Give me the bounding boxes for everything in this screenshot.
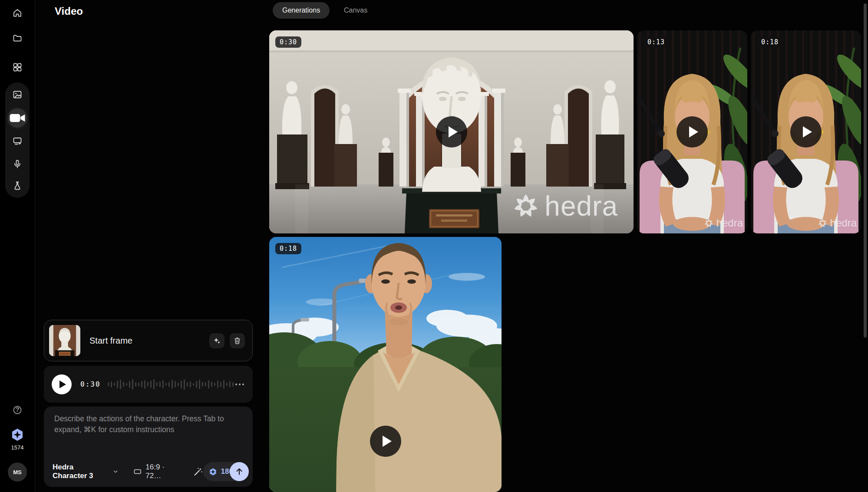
play-icon	[383, 436, 392, 447]
duration-badge: 0:30	[275, 36, 301, 48]
play-icon	[59, 380, 66, 388]
duration-badge: 0:13	[643, 36, 669, 48]
audio-waveform[interactable]	[108, 376, 235, 393]
microphone-icon	[12, 159, 23, 169]
enhance-prompt-button[interactable]	[193, 466, 203, 477]
audio-track-card: 0:30	[44, 366, 253, 403]
arrow-up-icon	[234, 467, 244, 476]
play-icon	[803, 126, 812, 138]
duration-badge: 0:18	[275, 243, 301, 254]
sidebar: ? 1574 MS	[0, 0, 35, 492]
video-play-button[interactable]	[436, 116, 467, 148]
sidebar-item-image[interactable]	[8, 85, 27, 104]
audio-play-button[interactable]	[52, 374, 72, 394]
submit-group: 180	[203, 462, 249, 481]
scrollbar[interactable]	[864, 3, 867, 338]
video-camera-icon	[8, 108, 27, 128]
aspect-ratio-icon	[133, 467, 142, 476]
composer-toolbar: Hedra Character 3 16:9 · 72…	[53, 462, 249, 482]
user-avatar[interactable]: MS	[8, 462, 27, 482]
hedra-logo-icon	[818, 219, 827, 228]
generate-button[interactable]	[230, 462, 249, 481]
hedra-watermark-text: hedra	[830, 217, 857, 229]
sidebar-item-lab[interactable]	[8, 176, 27, 195]
clips-icon	[12, 136, 23, 146]
page-title: Video	[55, 5, 83, 17]
help-button[interactable]: ?	[8, 400, 27, 420]
credits-balance: 1574	[0, 444, 35, 451]
hedra-watermark: hedra	[513, 190, 618, 222]
hedra-logo-icon	[513, 194, 538, 219]
sidebar-item-clips[interactable]	[8, 131, 27, 151]
help-icon: ?	[12, 405, 23, 415]
hedra-watermark: hedra	[704, 217, 743, 229]
model-select[interactable]: Hedra Character 3	[53, 463, 119, 480]
audio-more-options-button[interactable]	[235, 384, 244, 385]
hedra-app: ? 1574 MS Video	[0, 0, 868, 492]
video-play-button[interactable]	[677, 116, 708, 148]
home-icon	[12, 8, 23, 18]
play-icon	[449, 126, 458, 138]
sidebar-item-home[interactable]	[8, 3, 27, 23]
trash-icon	[233, 337, 241, 345]
hedra-logo-icon	[704, 219, 713, 228]
sidebar-item-video[interactable]	[8, 108, 27, 128]
folder-icon	[12, 33, 23, 43]
prompt-card: Hedra Character 3 16:9 · 72…	[44, 407, 253, 487]
generation-video-outdoor[interactable]: 0:18	[269, 237, 502, 492]
aspect-ratio-select[interactable]: 16:9 · 72…	[133, 463, 178, 480]
hedra-watermark-text: hedra	[545, 190, 618, 222]
media-tools-group	[5, 82, 30, 198]
start-frame-thumbnail-image	[49, 325, 80, 356]
play-icon	[689, 126, 698, 138]
sparkles-icon	[213, 337, 221, 345]
aspect-ratio-label: 16:9 · 72…	[145, 463, 178, 480]
apps-grid-icon	[12, 62, 23, 72]
delete-frame-button[interactable]	[230, 333, 245, 348]
sidebar-item-projects[interactable]	[8, 29, 27, 48]
audio-duration: 0:30	[80, 380, 101, 388]
start-frame-thumbnail[interactable]	[49, 325, 80, 356]
tab-generations[interactable]: Generations	[273, 2, 330, 19]
credits-coin-icon	[10, 428, 24, 442]
magic-wand-icon	[193, 466, 203, 477]
video-play-button[interactable]	[790, 116, 822, 148]
generation-video-podcast-1[interactable]: 0:13 hedra	[637, 30, 747, 233]
hedra-watermark-text: hedra	[716, 217, 743, 229]
credits-button[interactable]	[8, 425, 27, 444]
prompt-input[interactable]	[53, 413, 244, 454]
flask-icon	[12, 180, 23, 191]
image-icon	[12, 89, 23, 100]
start-frame-card: Start frame	[44, 320, 253, 361]
hedra-watermark: hedra	[818, 217, 857, 229]
chevron-down-icon	[112, 468, 119, 475]
generation-video-podcast-2[interactable]: 0:18 hedra	[751, 30, 861, 233]
duration-badge: 0:18	[757, 36, 783, 48]
model-select-label: Hedra Character 3	[53, 463, 109, 480]
video-composer-panel: Video Start frame	[35, 0, 263, 492]
video-play-button[interactable]	[370, 426, 401, 457]
sidebar-item-apps[interactable]	[8, 58, 27, 77]
start-frame-label: Start frame	[89, 336, 209, 346]
tab-canvas[interactable]: Canvas	[344, 2, 367, 19]
svg-text:?: ?	[15, 406, 19, 413]
enhance-frame-button[interactable]	[209, 333, 224, 348]
generation-video-museum[interactable]: 0:30 hedra	[269, 30, 634, 233]
cost-coin-icon	[209, 468, 217, 476]
sidebar-item-audio[interactable]	[8, 154, 27, 174]
